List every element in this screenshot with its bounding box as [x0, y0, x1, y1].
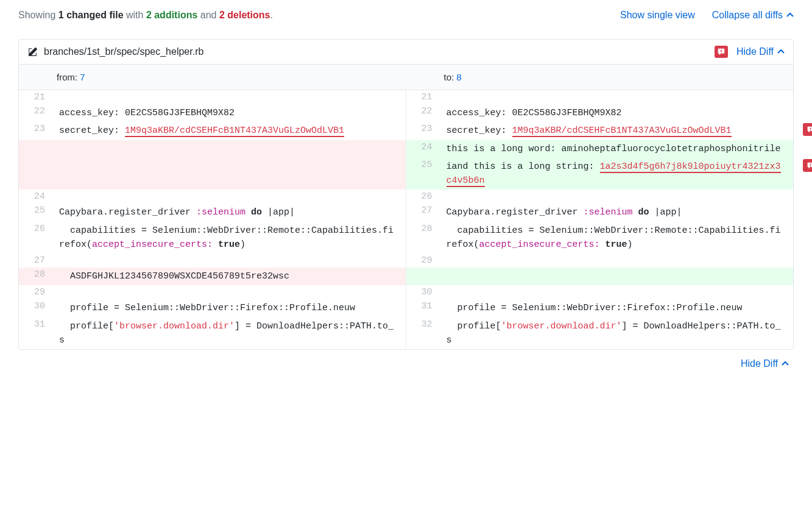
line-number: 22: [19, 104, 52, 122]
hide-diff-button[interactable]: Hide Diff: [741, 358, 789, 369]
line-number: 29: [406, 253, 439, 268]
code-line: profile = Selenium::WebDriver::Firefox::…: [52, 299, 406, 317]
line-number: 23: [406, 122, 439, 140]
code-line: profile = Selenium::WebDriver::Firefox::…: [439, 299, 794, 317]
code-line: [52, 190, 406, 204]
code-line: [52, 140, 406, 158]
collapse-all-diffs-button[interactable]: Collapse all diffs: [712, 10, 794, 21]
chevron-up-icon: [782, 360, 789, 367]
file-footer: Hide Diff: [18, 350, 794, 369]
code-line: [439, 285, 794, 299]
to-revision: to: 8: [406, 65, 794, 90]
diff-row: 22access_key: 0E2CS58GJ3FEBHQM9X82 22acc…: [19, 104, 793, 122]
diff-row: 26 capabilities = Selenium::WebDriver::R…: [19, 222, 793, 254]
line-number: 26: [406, 190, 439, 204]
line-number: 32: [406, 317, 439, 350]
line-number: 21: [406, 90, 439, 104]
line-number: [19, 158, 52, 190]
line-number: [19, 140, 52, 158]
diff-row: 31 profile['browser.download.dir'] = Dow…: [19, 317, 793, 350]
line-number: 27: [19, 253, 52, 268]
code-line: this is a long word: aminoheptafluorocyc…: [439, 140, 794, 158]
code-line: [439, 268, 794, 285]
code-line: access_key: 0E2CS58GJ3FEBHQM9X82: [439, 104, 794, 122]
diff-row: 29 30: [19, 285, 793, 299]
summary-actions: Show single view Collapse all diffs: [620, 10, 794, 21]
line-number: 25: [19, 204, 52, 221]
line-number: 23: [19, 122, 52, 140]
diff-row: 27 29: [19, 253, 793, 268]
diff-row: 30 profile = Selenium::WebDriver::Firefo…: [19, 299, 793, 317]
diff-body: 21 21 22access_key: 0E2CS58GJ3FEBHQM9X82…: [19, 90, 793, 349]
hide-diff-button[interactable]: Hide Diff: [736, 46, 785, 57]
file-header: branches/1st_br/spec/spec_helper.rb Hide…: [19, 40, 793, 65]
code-line: iand this is a long string: 1a2s3d4f5g6h…: [439, 158, 794, 190]
line-number: [406, 268, 439, 285]
line-number: 24: [19, 190, 52, 204]
diff-row: 24 26: [19, 190, 793, 204]
alert-icon[interactable]: [715, 46, 728, 58]
code-line: capabilities = Selenium::WebDriver::Remo…: [439, 222, 794, 254]
inline-alert-icon[interactable]: [803, 123, 812, 136]
file-path: branches/1st_br/spec/spec_helper.rb: [27, 46, 203, 57]
code-line: [439, 253, 794, 268]
revision-header: from: 7 to: 8: [19, 65, 793, 90]
line-number: 22: [406, 104, 439, 122]
code-line: profile['browser.download.dir'] = Downlo…: [52, 317, 406, 350]
file-actions: Hide Diff: [715, 46, 785, 58]
line-number: 31: [19, 317, 52, 350]
code-line: Capybara.register_driver :selenium do |a…: [439, 204, 794, 221]
code-line: [52, 158, 406, 190]
line-number: 30: [406, 285, 439, 299]
line-number: 30: [19, 299, 52, 317]
code-line: Capybara.register_driver :selenium do |a…: [52, 204, 406, 221]
line-number: 21: [19, 90, 52, 104]
line-number: 25: [406, 158, 439, 190]
summary-bar: Showing 1 changed file with 2 additions …: [18, 6, 794, 32]
code-line: [439, 90, 794, 104]
edit-file-icon: [27, 47, 38, 57]
code-line: [52, 90, 406, 104]
line-number: 24: [406, 140, 439, 158]
code-line: profile['browser.download.dir'] = Downlo…: [439, 317, 794, 350]
from-revision: from: 7: [19, 65, 406, 90]
diff-row: 25Capybara.register_driver :selenium do …: [19, 204, 793, 221]
inline-alert-icon[interactable]: [803, 159, 812, 172]
diff-row: 21 21: [19, 90, 793, 104]
line-number: 26: [19, 222, 52, 254]
code-line: secret_key: 1M9q3aKBR/cdCSEHFcB1NT437A3V…: [52, 122, 406, 140]
code-line: [52, 285, 406, 299]
show-single-view-button[interactable]: Show single view: [620, 10, 695, 21]
file-diff-box: branches/1st_br/spec/spec_helper.rb Hide…: [18, 39, 794, 350]
line-number: 31: [406, 299, 439, 317]
diff-row: 24this is a long word: aminoheptafluoroc…: [19, 140, 793, 158]
code-line: secret_key: 1M9q3aKBR/cdCSEHFcB1NT437A3V…: [439, 122, 794, 140]
code-line: ASDFGHJKL1234567890WSXCDE456789t5re32wsc: [52, 268, 406, 285]
chevron-up-icon: [786, 12, 794, 19]
line-number: 29: [19, 285, 52, 299]
summary-text: Showing 1 changed file with 2 additions …: [18, 10, 273, 21]
diff-row: 25iand this is a long string: 1a2s3d4f5g…: [19, 158, 793, 190]
chevron-up-icon: [777, 48, 785, 55]
code-line: [52, 253, 406, 268]
diff-row: 23secret_key: 1M9q3aKBR/cdCSEHFcB1NT437A…: [19, 122, 793, 140]
code-line: access_key: 0E2CS58GJ3FEBHQM9X82: [52, 104, 406, 122]
diff-row: 28 ASDFGHJKL1234567890WSXCDE456789t5re32…: [19, 268, 793, 285]
line-number: 27: [406, 204, 439, 221]
code-line: [439, 190, 794, 204]
line-number: 28: [19, 268, 52, 285]
code-line: capabilities = Selenium::WebDriver::Remo…: [52, 222, 406, 254]
line-number: 28: [406, 222, 439, 254]
